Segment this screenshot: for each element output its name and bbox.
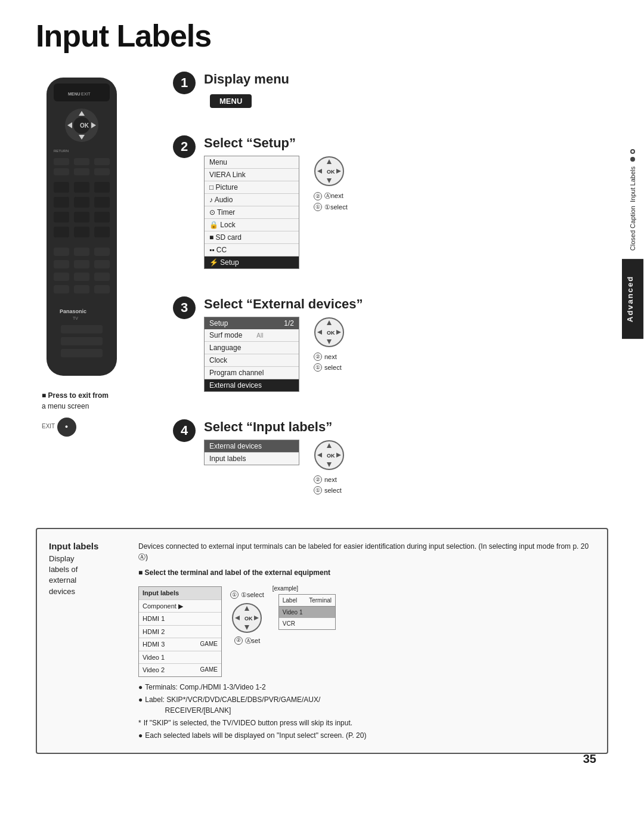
step-2-nav: OK ② Ⓐnext xyxy=(314,156,348,211)
page-title: Input Labels xyxy=(36,18,608,54)
step-4-next-label: ② next xyxy=(314,475,345,484)
menu-item-language[interactable]: Language xyxy=(205,342,299,354)
menu-item-inputlabels[interactable]: Input labels xyxy=(205,453,299,465)
svg-rect-27 xyxy=(54,227,69,237)
step-2-next-label: ② Ⓐnext xyxy=(314,191,348,200)
exit-label: EXIT xyxy=(42,423,55,429)
step-2-circle: 2 xyxy=(173,135,196,158)
step-4-title: Select “Input labels” xyxy=(204,419,608,435)
sidebar-text-input-labels: Input Labels xyxy=(629,166,636,202)
svg-text:Panasonic: Panasonic xyxy=(60,308,86,314)
info-set-label: ② Ⓐset xyxy=(234,636,261,646)
info-box-left: Input labels Displaylabels ofexternaldev… xyxy=(49,541,126,741)
menu-item-externaldevices[interactable]: External devices xyxy=(205,379,299,391)
remote-control: MENU EXIT OK RETURN xyxy=(36,72,155,437)
il-row-video2[interactable]: Video 2 GAME xyxy=(139,664,221,676)
svg-rect-38 xyxy=(94,273,110,281)
step-2-menu: Menu VIERA Link □ Picture ♪ Audio ⊙ Time… xyxy=(204,156,299,269)
svg-rect-28 xyxy=(74,227,89,237)
sidebar-advanced: Advanced xyxy=(622,259,643,339)
svg-rect-13 xyxy=(74,158,89,165)
svg-rect-33 xyxy=(54,260,69,268)
info-box: Input labels Displaylabels ofexternaldev… xyxy=(36,528,608,754)
svg-rect-16 xyxy=(74,168,89,175)
right-sidebar: Input Labels Closed Caption Advanced xyxy=(621,149,644,339)
il-row-hdmi3[interactable]: HDMI 3 GAME xyxy=(139,638,221,651)
menu-item-externaldevices-4[interactable]: External devices xyxy=(205,440,299,453)
step-2-callout: Menu VIERA Link □ Picture ♪ Audio ⊙ Time… xyxy=(204,156,608,269)
menu-item-programchannel[interactable]: Program channel xyxy=(205,367,299,379)
step-3-menu: Setup 1/2 Surf modeAll Language Clock Pr… xyxy=(204,317,299,392)
press-exit-subtitle: a menu screen xyxy=(42,402,89,410)
il-row-hdmi1[interactable]: HDMI 1 xyxy=(139,613,221,626)
press-exit-text: ■ Press to exit from a menu screen EXIT … xyxy=(42,390,155,437)
step-2-title: Select “Setup” xyxy=(204,135,608,151)
step-2-select-label: ① ①select xyxy=(314,203,348,211)
step-1-block: 1 Display menu MENU xyxy=(173,72,608,113)
il-row-video1[interactable]: Video 1 xyxy=(139,651,221,664)
menu-item-sdcard[interactable]: ■ SD card xyxy=(205,231,299,244)
steps-area: 1 Display menu MENU 2 Select “Setup” xyxy=(155,72,608,510)
svg-rect-41 xyxy=(94,285,110,293)
il-row-component[interactable]: Component ▶ xyxy=(139,600,221,613)
step-2-row: 2 Select “Setup” Menu VIERA Link □ Pictu… xyxy=(173,135,608,269)
sidebar-dot-hollow xyxy=(630,149,635,154)
svg-rect-37 xyxy=(74,273,89,281)
svg-rect-17 xyxy=(94,168,110,175)
il-header: Input labels xyxy=(139,587,221,600)
svg-rect-35 xyxy=(94,260,110,268)
info-nav-area: ① ①select OK ② Ⓐset xyxy=(230,590,264,645)
step-1-content: Display menu MENU xyxy=(204,72,608,108)
svg-rect-23 xyxy=(94,197,110,208)
label-terminal-area: [example] Label Terminal Video 1 VCR xyxy=(273,584,336,630)
menu-item-setup[interactable]: ⚡ Setup xyxy=(205,256,299,268)
menu-item-viera-link[interactable]: VIERA Link xyxy=(205,169,299,181)
menu-item-menu[interactable]: Menu xyxy=(205,156,299,169)
lt-row-vcr[interactable]: VCR xyxy=(279,618,335,629)
step-4-callout: External devices Input labels OK xyxy=(204,440,608,494)
svg-rect-14 xyxy=(94,158,110,165)
info-box-right: Devices connected to external input term… xyxy=(138,541,595,741)
svg-text:OK: OK xyxy=(244,616,253,622)
menu-item-surfmode[interactable]: Surf modeAll xyxy=(205,329,299,342)
svg-rect-44 xyxy=(61,325,103,333)
svg-text:OK: OK xyxy=(327,453,335,459)
svg-rect-12 xyxy=(54,158,69,165)
svg-text:RETURN: RETURN xyxy=(54,149,69,153)
svg-rect-34 xyxy=(74,260,89,268)
menu-item-audio[interactable]: ♪ Audio xyxy=(205,194,299,206)
svg-text:EXIT: EXIT xyxy=(81,92,91,96)
nav-circle-4: OK xyxy=(314,440,345,471)
menu-item-cc[interactable]: ▪▪ CC xyxy=(205,244,299,256)
svg-rect-40 xyxy=(74,285,89,293)
main-layout: MENU EXIT OK RETURN xyxy=(36,72,608,510)
info-description: Devices connected to external input term… xyxy=(138,541,595,562)
lt-row-video1[interactable]: Video 1 xyxy=(279,607,335,618)
press-exit-title: ■ Press to exit from xyxy=(42,391,109,400)
step-2-content: Select “Setup” Menu VIERA Link □ Picture… xyxy=(204,135,608,269)
svg-rect-21 xyxy=(54,197,69,208)
svg-rect-31 xyxy=(74,248,89,256)
menu-item-picture[interactable]: □ Picture xyxy=(205,181,299,194)
svg-text:OK: OK xyxy=(327,330,335,336)
menu-item-clock[interactable]: Clock xyxy=(205,354,299,367)
step-4-block: 4 Select “Input labels” External devices… xyxy=(173,419,608,499)
menu-item-timer[interactable]: ⊙ Timer xyxy=(205,206,299,219)
step-4-content: Select “Input labels” External devices I… xyxy=(204,419,608,494)
sidebar-dot-solid xyxy=(630,157,635,162)
svg-rect-20 xyxy=(94,182,110,193)
svg-rect-45 xyxy=(61,337,103,345)
menu-item-lock[interactable]: 🔒 Lock xyxy=(205,219,299,231)
step-3-next-label: ② next xyxy=(314,353,345,361)
svg-rect-24 xyxy=(54,212,69,222)
svg-rect-32 xyxy=(94,248,110,256)
bullet-selected: ● Each selected labels will be displayed… xyxy=(138,730,595,741)
step-3-callout: Setup 1/2 Surf modeAll Language Clock Pr… xyxy=(204,317,608,392)
bullet-terminals: ● Terminals: Comp./HDMI 1-3/Video 1-2 xyxy=(138,682,595,693)
il-row-hdmi2[interactable]: HDMI 2 xyxy=(139,626,221,639)
svg-rect-29 xyxy=(94,227,110,237)
menu-button[interactable]: MENU xyxy=(210,94,252,108)
svg-rect-39 xyxy=(54,285,69,293)
label-terminal-box: Label Terminal Video 1 VCR xyxy=(278,594,336,630)
nav-circle-info: OK xyxy=(231,602,262,633)
